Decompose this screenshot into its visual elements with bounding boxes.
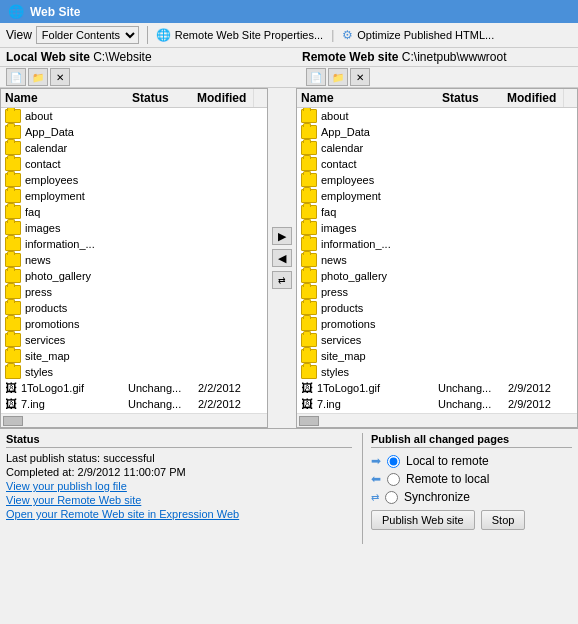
list-item[interactable]: promotions <box>297 316 577 332</box>
file-name: news <box>25 254 128 266</box>
list-item[interactable]: site_map <box>1 348 267 364</box>
list-item[interactable]: employees <box>297 172 577 188</box>
status-line1: Last publish status: successful <box>6 452 352 464</box>
local-pane-header-label: Local Web site C:\Website <box>6 50 274 64</box>
view-remote-link[interactable]: View your Remote Web site <box>6 494 352 506</box>
file-name: styles <box>25 366 128 378</box>
list-item[interactable]: faq <box>1 204 267 220</box>
list-item[interactable]: faq <box>297 204 577 220</box>
local-delete-btn[interactable]: ✕ <box>50 68 70 86</box>
remote-delete-btn[interactable]: ✕ <box>350 68 370 86</box>
list-item[interactable]: information_... <box>297 236 577 252</box>
list-item[interactable]: site_map <box>297 348 577 364</box>
list-item[interactable]: services <box>297 332 577 348</box>
sync-btn[interactable]: ⇄ <box>272 271 292 289</box>
file-name: site_map <box>25 350 128 362</box>
remote-folder-btn[interactable]: 📁 <box>328 68 348 86</box>
view-select[interactable]: Folder Contents Reports Hyperlinks Workf… <box>36 26 139 44</box>
local-hscrollbar[interactable] <box>1 413 267 427</box>
folder-icon <box>301 237 317 251</box>
publish-panel: Publish all changed pages ➡ Local to rem… <box>362 433 572 544</box>
list-item[interactable]: 🖼1ToLogo1.gifUnchang...2/9/2012 <box>297 380 577 396</box>
right-arrow-icon: ➡ <box>371 454 381 468</box>
remote-properties-link[interactable]: Remote Web Site Properties... <box>175 29 323 41</box>
folder-icon <box>5 173 21 187</box>
list-item[interactable]: images <box>297 220 577 236</box>
status-line2: Completed at: 2/9/2012 11:00:07 PM <box>6 466 352 478</box>
remote-hscrollbar[interactable] <box>297 413 577 427</box>
file-name: about <box>25 110 128 122</box>
view-label: View <box>6 28 32 42</box>
file-name: images <box>321 222 438 234</box>
list-item[interactable]: App_Data <box>297 124 577 140</box>
folder-icon <box>5 237 21 251</box>
file-name: styles <box>321 366 438 378</box>
list-item[interactable]: images <box>1 220 267 236</box>
list-item[interactable]: products <box>297 300 577 316</box>
folder-icon <box>301 109 317 123</box>
list-item[interactable]: about <box>1 108 267 124</box>
list-item[interactable]: 🖼1ToLogo1.gifUnchang...2/2/2012 <box>1 380 267 396</box>
list-item[interactable]: calendar <box>1 140 267 156</box>
transfer-right-btn[interactable]: ▶ <box>272 227 292 245</box>
list-item[interactable]: about <box>297 108 577 124</box>
list-item[interactable]: press <box>1 284 267 300</box>
remote-to-local-radio[interactable] <box>387 473 400 486</box>
list-item[interactable]: photo_gallery <box>1 268 267 284</box>
list-item[interactable]: contact <box>1 156 267 172</box>
folder-icon <box>5 269 21 283</box>
sync-icon: ⇄ <box>371 492 379 503</box>
list-item[interactable]: styles <box>297 364 577 380</box>
list-item[interactable]: calendar <box>297 140 577 156</box>
list-item[interactable]: products <box>1 300 267 316</box>
file-icon: 🖼 <box>301 381 313 395</box>
stop-button[interactable]: Stop <box>481 510 526 530</box>
file-name: information_... <box>25 238 128 250</box>
folder-icon <box>5 205 21 219</box>
folder-icon <box>301 269 317 283</box>
list-item[interactable]: services <box>1 332 267 348</box>
file-name: promotions <box>321 318 438 330</box>
folder-icon <box>301 141 317 155</box>
list-item[interactable]: photo_gallery <box>297 268 577 284</box>
file-name: 7.ing <box>21 398 128 410</box>
remote-to-local-label: Remote to local <box>406 472 489 486</box>
list-item[interactable]: news <box>297 252 577 268</box>
file-name: services <box>321 334 438 346</box>
file-name: 1ToLogo1.gif <box>21 382 128 394</box>
list-item[interactable]: promotions <box>1 316 267 332</box>
list-item[interactable]: styles <box>1 364 267 380</box>
list-item[interactable]: App_Data <box>1 124 267 140</box>
view-log-link[interactable]: View your publish log file <box>6 480 352 492</box>
publish-title: Publish all changed pages <box>371 433 572 448</box>
remote-file-list: aboutApp_Datacalendarcontactemployeesemp… <box>297 108 577 413</box>
file-name: about <box>321 110 438 122</box>
local-folder-btn[interactable]: 📁 <box>28 68 48 86</box>
list-item[interactable]: news <box>1 252 267 268</box>
transfer-left-btn[interactable]: ◀ <box>272 249 292 267</box>
publish-web-site-button[interactable]: Publish Web site <box>371 510 475 530</box>
local-new-folder-btn[interactable]: 📄 <box>6 68 26 86</box>
list-item[interactable]: information_... <box>1 236 267 252</box>
list-item[interactable]: press <box>297 284 577 300</box>
file-name: site_map <box>321 350 438 362</box>
web-icon: 🌐 <box>8 4 24 19</box>
toolbar-separator <box>147 26 148 44</box>
list-item[interactable]: employees <box>1 172 267 188</box>
list-item[interactable]: 🖼7.ingUnchang...2/9/2012 <box>297 396 577 412</box>
list-item[interactable]: contact <box>297 156 577 172</box>
synchronize-radio[interactable] <box>385 491 398 504</box>
remote-new-folder-btn[interactable]: 📄 <box>306 68 326 86</box>
folder-icon <box>5 109 21 123</box>
file-modified: 2/2/2012 <box>198 398 263 410</box>
optimize-link[interactable]: Optimize Published HTML... <box>357 29 494 41</box>
list-item[interactable]: employment <box>1 188 267 204</box>
list-item[interactable]: employment <box>297 188 577 204</box>
open-expression-link[interactable]: Open your Remote Web site in Expression … <box>6 508 352 520</box>
local-to-remote-radio[interactable] <box>387 455 400 468</box>
folder-icon <box>5 253 21 267</box>
list-item[interactable]: 🖼7.ingUnchang...2/2/2012 <box>1 396 267 412</box>
folder-icon <box>5 125 21 139</box>
file-icon: 🖼 <box>5 381 17 395</box>
file-name: employment <box>321 190 438 202</box>
